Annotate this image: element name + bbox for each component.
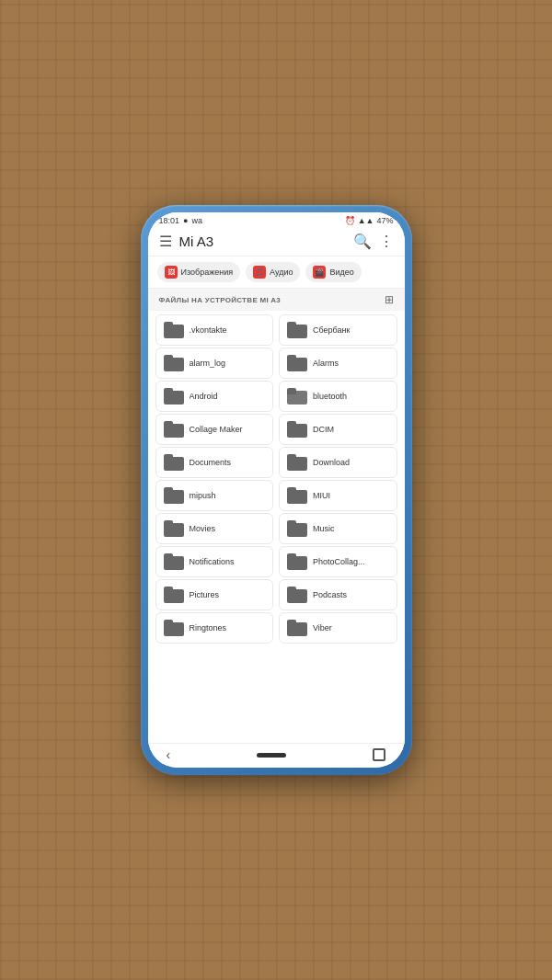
status-time: 18:01: [159, 216, 180, 225]
folder-icon: [287, 388, 307, 405]
folder-icon: [287, 487, 307, 504]
audio-icon: 🎵: [253, 266, 266, 279]
folder-icon: [164, 620, 184, 636]
folder-icon: [287, 620, 307, 636]
file-row: Android bluetooth: [155, 381, 397, 412]
folder-mipush[interactable]: mipush: [155, 480, 274, 511]
back-button[interactable]: ‹: [167, 747, 171, 762]
file-name: Сбербанк: [313, 325, 350, 335]
folder-icon: [164, 355, 184, 371]
file-name: Notifications: [190, 557, 235, 566]
toolbar: ☰ Mi A3 🔍 ⋮: [148, 227, 405, 256]
navigation-bar: ‹: [148, 743, 405, 768]
file-name: Movies: [190, 524, 216, 533]
category-video-button[interactable]: 🎬 Видео: [305, 262, 361, 282]
alarm-icon: ⏰: [345, 216, 355, 225]
category-audio-button[interactable]: 🎵 Аудио: [246, 262, 300, 282]
file-row: .vkontakte Сбербанк: [155, 314, 397, 346]
category-images-label: Изображения: [181, 268, 234, 277]
folder-bluetooth[interactable]: bluetooth: [279, 381, 397, 412]
folder-icon: [164, 520, 184, 537]
category-bar: 🖼 Изображения 🎵 Аудио 🎬 Видео: [148, 256, 405, 289]
folder-sberbank[interactable]: Сбербанк: [279, 314, 397, 346]
phone-screen: 18:01 ● wa ⏰ ▲▲ 47% ☰ Mi A3 🔍 ⋮ 🖼 Изобра…: [148, 212, 405, 768]
file-name: Alarms: [313, 359, 339, 368]
phone-frame: 18:01 ● wa ⏰ ▲▲ 47% ☰ Mi A3 🔍 ⋮ 🖼 Изобра…: [141, 205, 412, 775]
status-dot: ●: [183, 216, 188, 225]
file-row: Collage Maker DCIM: [155, 414, 397, 445]
folder-collage-maker[interactable]: Collage Maker: [155, 414, 274, 445]
file-name: Ringtones: [190, 623, 227, 632]
signal-icon: ▲▲: [358, 216, 374, 225]
folder-movies[interactable]: Movies: [155, 513, 274, 544]
file-row: Notifications PhotoCollag...: [155, 546, 397, 577]
folder-vkontakte[interactable]: .vkontakte: [155, 314, 274, 346]
file-name: .vkontakte: [190, 325, 227, 335]
folder-android[interactable]: Android: [155, 381, 274, 412]
folder-icon: [287, 322, 307, 338]
folder-icon: [287, 520, 307, 537]
category-audio-label: Аудио: [270, 268, 293, 277]
file-name: Pictures: [190, 590, 220, 599]
battery-level: 47%: [376, 216, 393, 225]
folder-miui[interactable]: MIUI: [279, 480, 397, 511]
file-name: Android: [190, 392, 218, 401]
category-images-button[interactable]: 🖼 Изображения: [157, 262, 241, 282]
file-name: alarm_log: [190, 359, 226, 368]
folder-icon: [164, 388, 184, 405]
folder-icon: [287, 421, 307, 438]
file-name: Viber: [313, 623, 332, 632]
file-name: Podcasts: [313, 590, 347, 599]
folder-icon: [164, 587, 184, 603]
folder-notifications[interactable]: Notifications: [155, 546, 274, 577]
file-name: PhotoCollag...: [313, 557, 365, 566]
folder-download[interactable]: Download: [279, 447, 397, 478]
status-sim: wa: [191, 216, 202, 225]
folder-icon: [164, 487, 184, 504]
file-grid: .vkontakte Сбербанк alarm_log Alarms: [148, 311, 405, 743]
home-button[interactable]: [257, 753, 286, 758]
file-name: Documents: [190, 458, 232, 467]
folder-icon: [164, 421, 184, 438]
folder-alarms[interactable]: Alarms: [279, 348, 397, 379]
folder-alarm-log[interactable]: alarm_log: [155, 348, 274, 379]
file-name: DCIM: [313, 425, 334, 434]
recents-button[interactable]: [373, 748, 385, 761]
file-name: Collage Maker: [190, 425, 243, 434]
file-name: bluetooth: [313, 392, 347, 401]
category-video-label: Видео: [329, 268, 353, 277]
file-name: Music: [313, 524, 335, 533]
file-row: mipush MIUI: [155, 480, 397, 511]
file-row: Ringtones Viber: [155, 612, 397, 644]
section-header: ФАЙЛЫ НА УСТРОЙСТВЕ MI A3 ⊞: [148, 289, 405, 311]
folder-documents[interactable]: Documents: [155, 447, 274, 478]
menu-icon[interactable]: ☰: [159, 233, 172, 250]
folder-pictures[interactable]: Pictures: [155, 579, 274, 610]
more-options-icon[interactable]: ⋮: [379, 233, 394, 250]
folder-viber[interactable]: Viber: [279, 612, 397, 644]
video-icon: 🎬: [313, 266, 326, 279]
folder-icon: [164, 454, 184, 471]
folder-icon: [287, 553, 307, 570]
page-title: Mi A3: [179, 234, 346, 249]
file-row: Pictures Podcasts: [155, 579, 397, 610]
folder-ringtones[interactable]: Ringtones: [155, 612, 274, 644]
folder-photocollag[interactable]: PhotoCollag...: [279, 546, 397, 577]
folder-dcim[interactable]: DCIM: [279, 414, 397, 445]
search-icon[interactable]: 🔍: [353, 233, 372, 250]
folder-icon: [287, 355, 307, 371]
images-icon: 🖼: [165, 266, 178, 279]
file-name: Download: [313, 458, 350, 467]
grid-view-icon[interactable]: ⊞: [385, 293, 394, 306]
file-row: alarm_log Alarms: [155, 348, 397, 379]
folder-icon: [287, 587, 307, 603]
folder-icon: [287, 454, 307, 471]
folder-icon: [164, 322, 184, 338]
file-row: Movies Music: [155, 513, 397, 544]
folder-icon: [164, 553, 184, 570]
file-row: Documents Download: [155, 447, 397, 478]
folder-music[interactable]: Music: [279, 513, 397, 544]
section-title: ФАЙЛЫ НА УСТРОЙСТВЕ MI A3: [159, 296, 282, 304]
folder-podcasts[interactable]: Podcasts: [279, 579, 397, 610]
file-name: MIUI: [313, 491, 330, 500]
